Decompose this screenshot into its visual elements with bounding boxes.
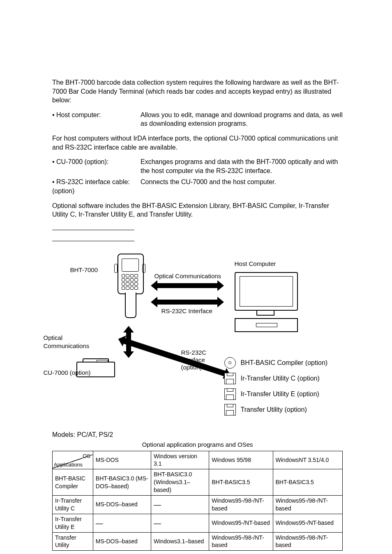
paragraph-after-host: For host computers without IrDA interfac… bbox=[52, 134, 343, 152]
bht7000-device-icon bbox=[113, 254, 146, 323]
bullet-rs-desc: Connects the CU-7000 and the host comput… bbox=[141, 178, 343, 187]
sw-label: Ir-Transfer Utility C (option) bbox=[241, 374, 320, 382]
cell: Windows95-/98-/NT-based bbox=[273, 532, 342, 551]
bullet-host: • Host computer: Allows you to edit, man… bbox=[52, 111, 343, 128]
host-computer-icon bbox=[235, 272, 296, 332]
bullet-rs: • RS-232C interface cable: (option) Conn… bbox=[52, 178, 343, 195]
cell: Windows95-/98-/NT-based bbox=[273, 496, 342, 514]
col-header: Windows version 3.1 bbox=[151, 451, 209, 469]
cell: — bbox=[93, 514, 151, 532]
bullet-host-label: • Host computer: bbox=[52, 111, 141, 120]
optional-software-paragraph: Optional software includes the BHT-BASIC… bbox=[52, 201, 343, 219]
table-row: Ir-Transfer Utility C MS-DOS–based — Win… bbox=[53, 496, 343, 514]
cell: Windows3.1–based bbox=[151, 532, 209, 551]
table-header-row: OS Applications MS-DOS Windows version 3… bbox=[53, 451, 343, 469]
bullet-cu-label: • CU-7000 (option): bbox=[52, 157, 141, 166]
blank-rule-1 bbox=[52, 230, 134, 230]
row-app: Ir-Transfer Utility C bbox=[53, 496, 93, 514]
row-app: BHT-BASIC Compiler bbox=[53, 469, 93, 496]
cell: BHT-BASIC3.0 (MS-DOS–based) bbox=[93, 469, 151, 496]
sw-row: BHT-BASIC Compiler (option) bbox=[224, 355, 346, 370]
models-line: Models: PC/AT, PS/2 bbox=[52, 430, 343, 439]
bullet-list-2: • CU-7000 (option): Exchanges programs a… bbox=[52, 157, 343, 195]
label-optical-comm-top: Optical Communications bbox=[154, 272, 221, 280]
arrow-optical-icon bbox=[157, 283, 218, 288]
label-bht7000: BHT-7000 bbox=[70, 266, 98, 274]
sw-label: BHT-BASIC Compiler (option) bbox=[241, 359, 328, 367]
cell: BHT-BASIC3.5 bbox=[209, 469, 273, 496]
cell: BHT-BASIC3.5 bbox=[273, 469, 342, 496]
cell: BHT-BASIC3.0 (Windows3.1–based) bbox=[151, 469, 209, 496]
label-rs232c-top: RS-232C Interface bbox=[161, 307, 212, 315]
blank-rule-2 bbox=[52, 241, 134, 241]
document-page: The BHT-7000 barcode data collection sys… bbox=[0, 0, 392, 554]
label-cu7000: CU-7000 (option) bbox=[44, 369, 91, 377]
disc-icon bbox=[224, 357, 236, 369]
cell: Windows95-/98-/NT-based bbox=[209, 496, 273, 514]
col-header: MS-DOS bbox=[93, 451, 151, 469]
corner-os-label: OS bbox=[83, 452, 90, 460]
label-rs232c-option: RS-232C Interface (option) bbox=[181, 349, 212, 371]
row-app: Transfer Utility bbox=[53, 532, 93, 551]
label-optical-comm-side: Optical Communications bbox=[44, 334, 101, 351]
system-diagram: BHT-7000 Host Computer Optical Commu bbox=[54, 254, 341, 422]
cell: Windows95-/98-/NT-based bbox=[209, 532, 273, 551]
bullet-host-desc: Allows you to edit, manage and download … bbox=[141, 111, 343, 128]
sw-label: Ir-Transfer Utility E (option) bbox=[241, 390, 319, 398]
floppy-icon bbox=[224, 404, 236, 416]
arrow-rs232c-icon bbox=[157, 300, 218, 305]
sw-row: Ir-Transfer Utility C (option) bbox=[224, 371, 346, 386]
bullet-list: • Host computer: Allows you to edit, man… bbox=[52, 111, 343, 128]
compatibility-table: OS Applications MS-DOS Windows version 3… bbox=[52, 451, 343, 551]
cell: Windows95-/NT-based bbox=[273, 514, 342, 532]
floppy-icon bbox=[224, 388, 236, 400]
floppy-icon bbox=[224, 373, 236, 384]
cell: — bbox=[151, 496, 209, 514]
col-header: WindowsNT 3.51/4.0 bbox=[273, 451, 342, 469]
table-row: Ir-Transfer Utility E — — Windows95-/NT-… bbox=[53, 514, 343, 532]
intro-paragraph: The BHT-7000 barcode data collection sys… bbox=[52, 78, 343, 105]
sw-row: Transfer Utility (option) bbox=[224, 402, 346, 417]
bullet-rs-label: • RS-232C interface cable: (option) bbox=[52, 178, 141, 195]
cell: MS-DOS–based bbox=[93, 532, 151, 551]
sw-label: Transfer Utility (option) bbox=[241, 406, 307, 413]
table-row: Transfer Utility MS-DOS–based Windows3.1… bbox=[53, 532, 343, 551]
sw-row: Ir-Transfer Utility E (option) bbox=[224, 387, 346, 402]
col-header: Windows 95/98 bbox=[209, 451, 273, 469]
table-row: BHT-BASIC Compiler BHT-BASIC3.0 (MS-DOS–… bbox=[53, 469, 343, 496]
label-host-computer: Host Computer bbox=[235, 260, 276, 268]
cell: — bbox=[151, 514, 209, 532]
table-corner-cell: OS Applications bbox=[53, 451, 93, 469]
bullet-cu: • CU-7000 (option): Exchanges programs a… bbox=[52, 157, 343, 175]
cell: MS-DOS–based bbox=[93, 496, 151, 514]
software-list: BHT-BASIC Compiler (option) Ir-Transfer … bbox=[224, 355, 346, 418]
table-caption: Optional application programs and OSes bbox=[52, 441, 343, 449]
cell: Windows95-/NT-based bbox=[209, 514, 273, 532]
corner-app-label: Applications bbox=[54, 461, 83, 469]
bullet-cu-desc: Exchanges programs and data with the BHT… bbox=[141, 157, 343, 175]
row-app: Ir-Transfer Utility E bbox=[53, 514, 93, 532]
